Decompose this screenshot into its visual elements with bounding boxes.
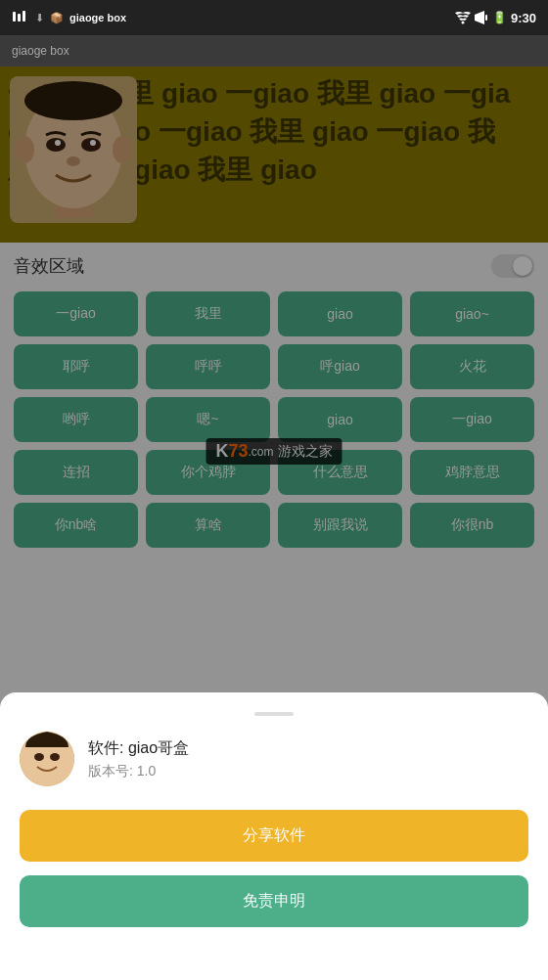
status-right: 🔋 9:30 bbox=[455, 11, 536, 25]
svg-point-3 bbox=[461, 22, 464, 24]
svg-rect-1 bbox=[18, 14, 21, 22]
download-icon: ⬇ bbox=[35, 12, 44, 24]
svg-rect-5 bbox=[485, 15, 487, 21]
svg-rect-0 bbox=[13, 12, 16, 22]
box-icon: 📦 bbox=[50, 12, 64, 24]
svg-rect-2 bbox=[23, 11, 25, 22]
version-label: giaoge box bbox=[69, 12, 126, 23]
modal-app-name: 软件: giao哥盒 bbox=[88, 738, 189, 759]
modal-overlay: 软件: giao哥盒 版本号: 1.0 分享软件 免责申明 bbox=[0, 67, 548, 980]
share-button[interactable]: 分享软件 bbox=[20, 810, 528, 862]
svg-marker-4 bbox=[475, 11, 484, 24]
disclaimer-button[interactable]: 免责申明 bbox=[20, 875, 528, 927]
modal-app-details: 软件: giao哥盒 版本号: 1.0 bbox=[88, 738, 189, 780]
modal-sheet: 软件: giao哥盒 版本号: 1.0 分享软件 免责申明 bbox=[0, 692, 548, 980]
svg-point-18 bbox=[34, 753, 44, 761]
modal-app-info: 软件: giao哥盒 版本号: 1.0 bbox=[20, 732, 528, 786]
status-bar: ⬇ 📦 giaoge box 🔋 9:30 bbox=[0, 0, 548, 35]
app-content: 一giao 我里 giao 一giao 我里 giao 一giao 我里 gia… bbox=[0, 67, 548, 980]
app-titlebar: giaoge box bbox=[0, 35, 548, 67]
app-title: giaoge box bbox=[12, 44, 69, 58]
status-left: ⬇ 📦 giaoge box bbox=[12, 8, 126, 28]
modal-avatar bbox=[20, 732, 74, 786]
battery-icon: 🔋 bbox=[492, 11, 507, 24]
modal-handle bbox=[254, 712, 294, 716]
modal-app-version: 版本号: 1.0 bbox=[88, 763, 189, 780]
svg-point-19 bbox=[50, 753, 60, 761]
status-icons-left bbox=[12, 8, 29, 28]
time-display: 9:30 bbox=[511, 11, 536, 25]
